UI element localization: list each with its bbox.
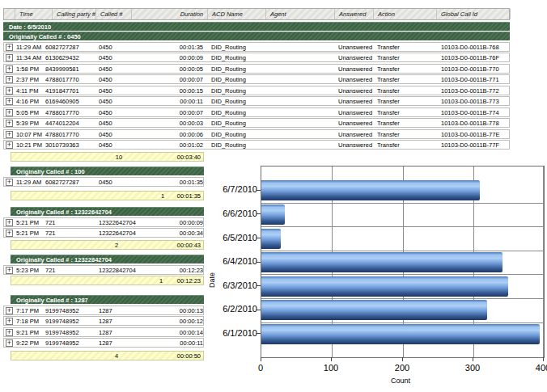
cell-duration: 00:00:03	[132, 120, 203, 127]
cell-calling: 9199748952	[45, 339, 97, 347]
x-tick	[543, 357, 544, 361]
gridline-400	[543, 166, 544, 357]
cell-calling: 721	[45, 230, 97, 237]
cell-gid: 10103-D0-0011B-773	[441, 98, 509, 105]
cell-answered: Unanswered	[338, 54, 375, 61]
expand-button[interactable]: +	[6, 267, 13, 274]
cell-duration: 00:00:15	[132, 87, 203, 95]
expand-button[interactable]: +	[6, 120, 13, 127]
cell-calling: 6130629432	[45, 54, 97, 61]
group-header: Originally Called # : 100	[11, 166, 204, 175]
cell-action: Transfer	[377, 141, 437, 149]
group-summary-row: 1000:03:40	[11, 152, 204, 162]
expand-button[interactable]: +	[6, 318, 13, 325]
x-tick-label: 400	[536, 363, 547, 373]
cell-answered: Unanswered	[338, 76, 375, 83]
cell-answered: Unanswered	[338, 44, 375, 51]
expand-button[interactable]: +	[6, 109, 13, 116]
cell-duration: 00:00:07	[132, 109, 203, 116]
call-row: +11:29 AM6082727287045000:01:35	[3, 177, 204, 187]
expand-button[interactable]: +	[6, 141, 13, 149]
group-total-duration: 00:00:43	[177, 242, 201, 249]
call-row: +7:17 PM9199748952128700:00:13	[3, 306, 204, 315]
cell-answered: Unanswered	[338, 131, 375, 138]
expand-button[interactable]: +	[6, 179, 13, 186]
group-total-duration: 00:12:23	[177, 277, 201, 285]
cell-duration: 00:12:23	[132, 267, 203, 274]
cell-acd: DID_Routing	[211, 54, 268, 61]
expand-button[interactable]: +	[6, 44, 13, 51]
cell-gid: 10103-D0-0011B-771	[441, 76, 509, 83]
cell-answered: Unanswered	[338, 120, 375, 127]
cell-duration: 00:00:12	[132, 318, 203, 325]
call-row: +7:18 PM9199748952128700:00:12	[3, 316, 204, 326]
call-row: +5:05 PM4788017770045000:00:07DID_Routin…	[3, 107, 510, 117]
cell-calling: 4788017770	[45, 131, 97, 138]
cell-duration: 00:00:11	[132, 98, 203, 105]
call-detail-report: TimeCalling party #Called #DurationACD N…	[3, 8, 513, 381]
group-call-count: 1	[155, 192, 171, 200]
cell-duration: 00:01:35	[132, 44, 203, 51]
group-summary-row: 200:00:43	[11, 240, 204, 250]
cell-calling: 3010739363	[45, 141, 97, 149]
group-summary-row: 100:12:23	[11, 276, 204, 285]
expand-button[interactable]: +	[6, 54, 13, 61]
expand-button[interactable]: +	[6, 329, 13, 336]
expand-button[interactable]: +	[6, 219, 13, 226]
expand-button[interactable]: +	[6, 87, 13, 95]
column-header-called: Called #	[96, 9, 132, 19]
cell-duration: 00:01:35	[132, 179, 203, 186]
expand-button[interactable]: +	[6, 76, 13, 83]
cell-answered: Unanswered	[338, 141, 375, 149]
cell-acd: DID_Routing	[211, 44, 268, 51]
cell-acd: DID_Routing	[211, 65, 268, 73]
column-header-acd-name: ACD Name	[208, 9, 266, 19]
column-header-duration: Duration	[132, 9, 208, 19]
cell-calling: 4474012204	[45, 120, 97, 127]
expand-button[interactable]: +	[6, 307, 13, 314]
cell-calling: 6169460905	[45, 98, 97, 105]
cell-duration: 00:00:09	[132, 219, 203, 226]
cell-calling: 6082727287	[45, 44, 97, 51]
call-row: +11:29 AM6082727287045000:01:35DID_Routi…	[3, 42, 510, 52]
cell-acd: DID_Routing	[211, 131, 268, 138]
group-total-duration: 00:03:40	[177, 154, 201, 161]
call-row: +9:22 PM9199748952128700:00:11	[3, 338, 204, 348]
call-row: +4:11 PM4191847701045000:00:15DID_Routin…	[3, 86, 510, 95]
column-header-answered: Answered	[335, 9, 374, 19]
cell-answered: Unanswered	[338, 98, 375, 105]
cell-duration: 00:00:05	[132, 65, 203, 73]
cell-duration: 00:01:02	[132, 141, 203, 149]
cell-calling: 9199748952	[45, 329, 97, 336]
cell-action: Transfer	[377, 109, 437, 116]
expand-button[interactable]: +	[6, 98, 13, 105]
expand-button[interactable]: +	[6, 65, 13, 73]
call-row: +5:21 PM7211232264270400:00:34	[3, 228, 204, 238]
column-header-global-call-id: Global Call Id	[437, 9, 511, 19]
cell-acd: DID_Routing	[211, 98, 268, 105]
group-call-count: 10	[111, 154, 127, 161]
cell-action: Transfer	[377, 76, 437, 83]
expand-button[interactable]: +	[6, 339, 13, 347]
group-header: Originally Called # : 12322842704	[11, 255, 204, 263]
cell-acd: DID_Routing	[211, 141, 268, 149]
column-header-expand	[4, 9, 15, 19]
expand-button[interactable]: +	[6, 230, 13, 237]
cell-calling: 6082727287	[45, 179, 97, 186]
group-summary-row: 100:01:35	[11, 191, 204, 200]
cell-calling: 4191847701	[45, 87, 97, 95]
cell-duration: 00:00:06	[132, 131, 203, 138]
cell-gid: 10103-D0-0011B-77E	[441, 131, 509, 138]
cell-calling: 9199748952	[45, 318, 97, 325]
cell-duration: 00:00:11	[132, 339, 203, 347]
cell-action: Transfer	[377, 65, 437, 73]
call-row: +5:23 PM7211232284270400:12:23	[3, 265, 204, 275]
cell-action: Transfer	[377, 131, 437, 138]
cell-action: Transfer	[377, 44, 437, 51]
expand-button[interactable]: +	[6, 131, 13, 138]
cell-gid: 10103-D0-0011B-770	[441, 65, 509, 73]
call-row: +10:21 PM3010739363045000:01:02DID_Routi…	[3, 140, 510, 150]
call-row: +9:21 PM9199748952128700:00:14	[3, 327, 204, 337]
column-header-action: Action	[374, 9, 437, 19]
cell-gid: 10103-D0-0011B-77F	[441, 141, 509, 149]
